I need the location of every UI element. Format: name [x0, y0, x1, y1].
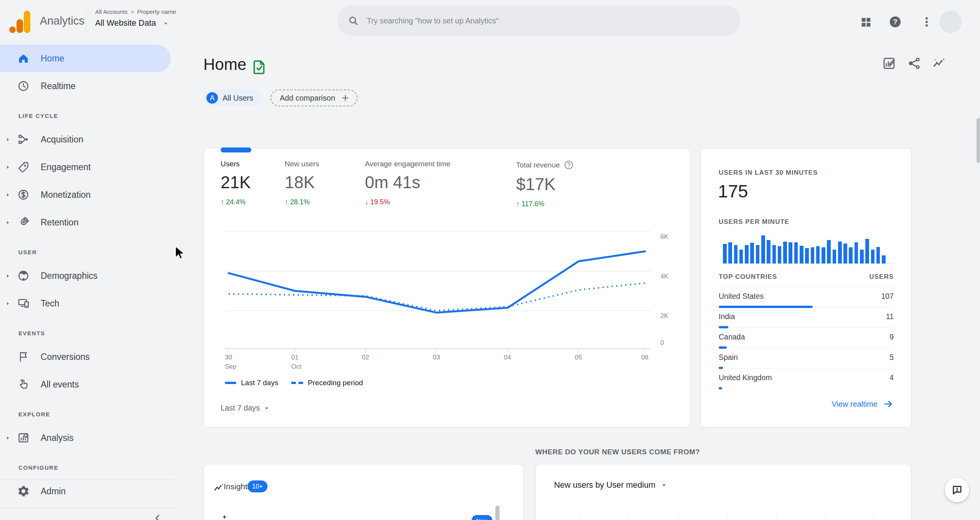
page-scrollbar-thumb[interactable]	[977, 118, 980, 163]
sidebar-section-configure: CONFIGURE	[18, 459, 58, 475]
page-title: Home	[203, 55, 246, 74]
add-comparison-button[interactable]: Add comparison	[271, 89, 358, 106]
sidebar-item-analysis[interactable]: Analysis	[0, 424, 171, 452]
upm-bar	[882, 255, 886, 263]
view-realtime-link[interactable]: View realtime	[719, 399, 894, 409]
metric-label: Average engagement time	[365, 160, 450, 168]
header-divider	[86, 12, 86, 33]
users-per-minute-chart	[723, 234, 893, 264]
app-name: Analytics	[40, 15, 84, 27]
upm-bar	[739, 250, 743, 263]
legend-preceding-period: Preceding period	[308, 379, 363, 387]
collapse-sidebar-icon[interactable]	[152, 512, 163, 520]
more-menu-icon[interactable]	[920, 15, 933, 28]
sidebar-item-label: Realtime	[41, 81, 76, 91]
metric-average-engagement-time[interactable]: Average engagement time0m 41s↓ 19.5%	[365, 160, 450, 206]
country-row-united-states: United States107	[719, 287, 894, 307]
date-range-dropdown[interactable]: Last 7 days	[221, 404, 270, 412]
country-users: 5	[889, 353, 894, 362]
sidebar-item-label: Demographics	[41, 271, 97, 281]
country-name: India	[719, 312, 735, 321]
insights-sparkline-icon[interactable]	[932, 56, 946, 71]
upm-bar	[865, 239, 869, 263]
insights-count-badge: 10+	[247, 480, 267, 492]
svg-text:01: 01	[291, 354, 299, 361]
sidebar-divider	[0, 480, 175, 480]
new-users-dimension-dropdown[interactable]: New users by User medium	[554, 480, 667, 490]
events-icon	[17, 378, 30, 391]
metric-label: Total revenue	[516, 160, 574, 170]
share-icon[interactable]	[907, 56, 922, 71]
upm-bar	[855, 242, 858, 263]
metric-delta: ↑ 117.6%	[516, 200, 574, 208]
chart-gridline	[678, 512, 678, 520]
expand-chevron-icon[interactable]	[0, 181, 15, 209]
chart-gridline	[580, 512, 580, 520]
sidebar-item-label: All events	[41, 379, 79, 390]
active-tab-indicator	[221, 147, 251, 152]
last-7-days-swatch	[225, 382, 236, 384]
report-status-check-icon	[251, 58, 268, 76]
breadcrumb[interactable]: All Accounts>Property name	[95, 8, 176, 15]
sidebar-item-realtime[interactable]: Realtime	[0, 72, 171, 100]
sidebar-item-all-events[interactable]: All events	[0, 371, 171, 398]
country-users: 11	[886, 312, 894, 321]
sidebar-item-label: Engagement	[41, 162, 91, 172]
sidebar-item-retention[interactable]: Retention	[0, 209, 171, 236]
breadcrumb-property[interactable]: Property name	[137, 8, 177, 15]
sidebar-item-engagement[interactable]: Engagement	[0, 153, 171, 181]
property-selector[interactable]: All Website Data	[95, 18, 169, 28]
metric-new-users[interactable]: New users18K↑ 28.1%	[285, 160, 319, 206]
svg-text:Sep: Sep	[225, 363, 236, 370]
sidebar-item-admin[interactable]: Admin	[0, 477, 171, 505]
search-bar[interactable]	[337, 5, 741, 36]
country-users: 107	[881, 292, 894, 301]
home-icon	[17, 52, 30, 65]
expand-chevron-icon[interactable]	[0, 209, 15, 236]
retention-icon	[17, 216, 30, 229]
expand-chevron-icon[interactable]	[0, 262, 15, 290]
metric-value: 21K	[221, 173, 251, 192]
sidebar-item-acquisition[interactable]: Acquisition	[0, 126, 171, 153]
expand-chevron-icon[interactable]	[0, 153, 15, 181]
search-icon	[348, 15, 359, 26]
chevron-spacer	[0, 343, 15, 371]
analytics-logo-icon[interactable]	[9, 9, 33, 35]
country-row-canada: Canada9	[719, 328, 894, 348]
country-name: United States	[719, 292, 764, 301]
sidebar: HomeRealtimeLIFE CYCLEAcquisitionEngagem…	[0, 44, 175, 520]
upm-bar	[794, 242, 798, 263]
metric-users[interactable]: Users21K↑ 24.4%	[221, 160, 251, 206]
expand-chevron-icon[interactable]	[0, 424, 15, 452]
customize-report-icon[interactable]	[882, 56, 896, 71]
sidebar-item-tech[interactable]: Tech	[0, 290, 171, 317]
country-row-india: India11	[719, 307, 894, 328]
metric-total-revenue[interactable]: Total revenue$17K↑ 117.6%	[516, 160, 574, 208]
upm-bar	[816, 246, 820, 263]
svg-text:?: ?	[893, 18, 897, 26]
insights-scrollbar-thumb[interactable]	[495, 506, 500, 520]
sidebar-item-monetization[interactable]: Monetization	[0, 181, 171, 209]
property-selector-label: All Website Data	[95, 18, 156, 28]
monetization-icon	[17, 188, 30, 201]
expand-chevron-icon[interactable]	[0, 126, 15, 153]
all-users-chip[interactable]: A All Users	[203, 89, 261, 106]
sidebar-item-home[interactable]: Home	[0, 45, 171, 72]
expand-chevron-icon[interactable]	[0, 290, 15, 317]
globe-icon	[17, 269, 30, 282]
sidebar-item-conversions[interactable]: Conversions	[0, 343, 171, 371]
search-input[interactable]	[366, 16, 694, 26]
upm-bar	[833, 250, 836, 263]
realtime-title: USERS IN LAST 30 MINUTES	[719, 169, 818, 177]
insights-card[interactable]: Insights 10+ New	[203, 464, 524, 520]
breadcrumb-account[interactable]: All Accounts	[95, 8, 127, 15]
avatar[interactable]	[939, 11, 962, 33]
apps-grid-icon[interactable]	[860, 16, 873, 29]
help-icon[interactable]: ?	[889, 15, 902, 28]
feedback-chat-button[interactable]	[945, 478, 969, 502]
sidebar-item-demographics[interactable]: Demographics	[0, 262, 171, 290]
help-outline-icon[interactable]	[560, 160, 574, 170]
breadcrumb-separator-icon: >	[130, 8, 134, 15]
plus-icon	[335, 93, 350, 103]
svg-text:04: 04	[504, 354, 511, 361]
